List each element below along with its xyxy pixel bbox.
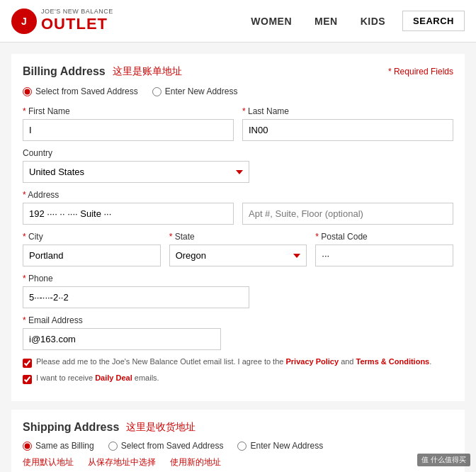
city-group: * City (23, 232, 161, 266)
email-group: * Email Address (23, 315, 221, 350)
billing-radio-new[interactable]: Enter New Address (152, 86, 238, 96)
shipping-header: Shipping Address 这里是收货地址 (23, 421, 453, 434)
country-select[interactable]: United States (23, 161, 249, 183)
country-label: Country (23, 148, 249, 158)
shipping-cn-same: 使用默认地址 (23, 456, 74, 468)
daily-deal-link[interactable]: Daily Deal (95, 373, 132, 382)
last-name-label: * Last Name (242, 106, 453, 116)
main-nav: WOMEN MEN KIDS (251, 16, 385, 27)
address-row: * Address (23, 190, 453, 225)
apt-input[interactable] (242, 203, 453, 225)
billing-title: Billing Address (23, 65, 106, 78)
checkbox-email-group: Please add me to the Joe's New Balance O… (23, 357, 453, 368)
state-label: * State (169, 232, 307, 242)
checkbox-daily-deal[interactable] (23, 375, 32, 384)
first-name-label: * First Name (23, 106, 234, 116)
city-state-zip-row: * City * State Oregon * Postal Code (23, 232, 453, 266)
name-row: * First Name * Last Name (23, 106, 453, 141)
country-group: Country United States (23, 148, 249, 183)
logo-big-text: OUTLET (41, 16, 113, 33)
logo-text: Joe's New Balance OUTLET (41, 9, 113, 33)
city-input[interactable] (23, 245, 161, 266)
billing-subtitle-cn: 这里是账单地址 (113, 65, 182, 78)
checkbox-daily-deal-group: I want to receive Daily Deal emails. (23, 373, 453, 384)
apt-group (242, 190, 453, 225)
required-note: * Required Fields (388, 67, 453, 77)
shipping-radio-same[interactable]: Same as Billing (23, 441, 94, 451)
shipping-subtitle-cn: 这里是收货地址 (126, 421, 196, 434)
checkbox-email[interactable] (23, 359, 32, 368)
logo-area: J Joe's New Balance OUTLET (11, 9, 113, 34)
shipping-section: Shipping Address 这里是收货地址 Same as Billing… (11, 410, 465, 472)
nav-item-men[interactable]: MEN (314, 16, 338, 27)
nav-item-women[interactable]: WOMEN (251, 16, 292, 27)
shipping-title: Shipping Address (23, 421, 119, 434)
address-group: * Address (23, 190, 234, 225)
postal-group: * Postal Code (315, 232, 453, 266)
billing-section: Billing Address 这里是账单地址 * Required Field… (11, 54, 465, 401)
checkbox-daily-deal-label[interactable]: I want to receive Daily Deal emails. (23, 373, 453, 384)
billing-radio-group: Select from Saved Address Enter New Addr… (23, 86, 453, 96)
logo-icon: J (11, 9, 37, 34)
last-name-input[interactable] (242, 119, 453, 141)
search-button[interactable]: SEARCH (402, 11, 465, 31)
last-name-group: * Last Name (242, 106, 453, 141)
postal-label: * Postal Code (315, 232, 453, 242)
phone-input[interactable] (23, 286, 249, 308)
shipping-cn-labels: 使用默认地址 从保存地址中选择 使用新的地址 (23, 456, 453, 468)
checkbox-email-label[interactable]: Please add me to the Joe's New Balance O… (23, 357, 453, 368)
shipping-radio-group: Same as Billing Select from Saved Addres… (23, 441, 453, 451)
email-row: * Email Address (23, 315, 453, 350)
terms-link[interactable]: Terms & Conditions (356, 357, 430, 366)
watermark: 值 什么值得买 (417, 454, 470, 466)
phone-row: * Phone (23, 274, 453, 308)
phone-label: * Phone (23, 274, 249, 283)
city-label: * City (23, 232, 161, 242)
address-input[interactable] (23, 203, 234, 225)
shipping-cn-new: 使用新的地址 (170, 456, 221, 468)
privacy-policy-link[interactable]: Privacy Policy (285, 357, 339, 366)
billing-radio-saved[interactable]: Select from Saved Address (23, 86, 138, 96)
email-label: * Email Address (23, 315, 221, 325)
shipping-cn-saved: 从保存地址中选择 (88, 456, 156, 468)
nav-item-kids[interactable]: KIDS (361, 16, 385, 27)
apt-label (242, 190, 453, 200)
first-name-group: * First Name (23, 106, 234, 141)
state-select[interactable]: Oregon (169, 245, 307, 266)
email-input[interactable] (23, 328, 221, 350)
postal-input[interactable] (315, 245, 453, 266)
main-content: Billing Address 这里是账单地址 * Required Field… (0, 43, 476, 472)
first-name-input[interactable] (23, 119, 234, 141)
shipping-radio-saved[interactable]: Select from Saved Address (108, 441, 224, 451)
state-group: * State Oregon (169, 232, 307, 266)
country-row: Country United States (23, 148, 453, 183)
header: J Joe's New Balance OUTLET WOMEN MEN KID… (0, 0, 476, 43)
address-label: * Address (23, 190, 234, 200)
phone-group: * Phone (23, 274, 249, 308)
shipping-radio-new[interactable]: Enter New Address (237, 441, 323, 451)
billing-header: Billing Address 这里是账单地址 * Required Field… (23, 65, 453, 78)
